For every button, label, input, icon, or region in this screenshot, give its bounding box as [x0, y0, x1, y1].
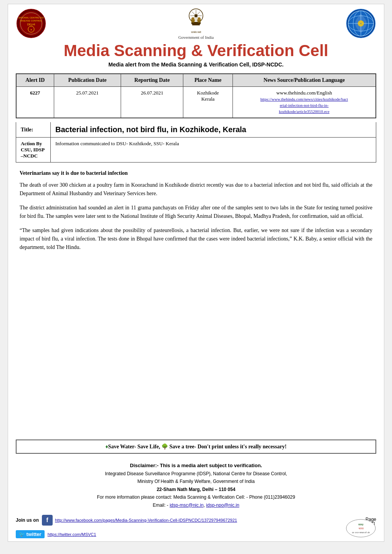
- svg-text:NATIONAL CENTRE FOR: NATIONAL CENTRE FOR: [18, 17, 45, 19]
- svg-text:भारत: भारत: [359, 527, 364, 530]
- svg-text:स्वच्छ: स्वच्छ: [358, 523, 364, 526]
- place-cell: KozhikodeKerala: [183, 87, 233, 118]
- disclaimer-line2: Integrated Disease Surveillance Programm…: [16, 470, 376, 478]
- article-para-2: The district administration had sounded …: [20, 204, 372, 221]
- title-row: Media Scanning & Verification Cell: [16, 41, 376, 60]
- svg-text:DISEASE CONTROL: DISEASE CONTROL: [20, 20, 42, 22]
- pub-date-cell: 25.07.2021: [54, 87, 121, 118]
- email1-link[interactable]: idsp-msc@nic.in: [169, 503, 203, 508]
- header-top: NATIONAL CENTRE FOR DISEASE CONTROL DELH…: [16, 8, 376, 40]
- globe-logo: +: [345, 8, 376, 39]
- article-subtitle: Veterinarians say it is due to bacterial…: [20, 170, 372, 176]
- ncdc-logo: NATIONAL CENTRE FOR DISEASE CONTROL DELH…: [16, 8, 47, 39]
- svg-text:सत्यमेव जयते: सत्यमेव जयते: [191, 31, 202, 33]
- table-row: 6227 25.07.2021 26.07.2021 KozhikodeKera…: [16, 87, 376, 118]
- action-label: Action ByCSU, IDSP–NCDC: [16, 138, 51, 162]
- footer-banner-text: Save Water- Save Life, 🌳 Save a tree- Do…: [108, 444, 286, 450]
- svg-point-18: [198, 17, 201, 20]
- svg-rect-10: [192, 24, 200, 25]
- col-pub-date: Publication Date: [54, 74, 121, 87]
- twitter-link[interactable]: https://twitter.com/MSVC1: [48, 532, 96, 537]
- twitter-row: 🐦 twitter https://twitter.com/MSVC1: [8, 529, 384, 541]
- svg-text:एक कदम स्वच्छता की ओर: एक कदम स्वच्छता की ओर: [352, 531, 370, 534]
- disclaimer-email: Email: - idsp-msc@nic.in, idsp-npo@nic.i…: [16, 501, 376, 509]
- title-section: Title: Bacterial infection, not bird flu…: [16, 122, 376, 138]
- col-news-source: News Source/Publication Language: [233, 74, 376, 87]
- alert-table: Alert ID Publication Date Reporting Date…: [16, 73, 376, 118]
- facebook-icon: f: [42, 515, 53, 526]
- title-content: Bacterial infection, not bird flu, in Ko…: [51, 122, 251, 137]
- svg-text:DELHI: DELHI: [27, 23, 35, 26]
- svg-point-17: [191, 17, 194, 20]
- article-para-3: “The samples had given indications about…: [20, 226, 372, 252]
- action-content: Information communicated to DSU- Kozhiko…: [51, 138, 184, 162]
- col-alert-id: Alert ID: [16, 74, 54, 87]
- facebook-link[interactable]: http://www.facebook.com/pages/Media-Scan…: [55, 518, 237, 522]
- header: NATIONAL CENTRE FOR DISEASE CONTROL DELH…: [8, 4, 384, 70]
- news-source-cell: www.thehindu.com/English https://www.the…: [233, 87, 376, 118]
- disclaimer-address: 22-Sham Nath Marg, Delhi – 110 054: [16, 486, 376, 493]
- article-body: Veterinarians say it is due to bacterial…: [8, 163, 384, 436]
- svg-text:+: +: [360, 22, 362, 25]
- disclaimer-title: Disclaimer:- This is a media alert subje…: [16, 461, 376, 470]
- email-label: Email: -: [153, 503, 168, 508]
- govt-emblem-text: Government of India: [178, 35, 214, 40]
- disclaimer-section: Disclaimer:- This is a media alert subje…: [8, 458, 384, 513]
- table-section: Alert ID Publication Date Reporting Date…: [8, 70, 384, 122]
- rep-date-cell: 26.07.2021: [121, 87, 183, 118]
- news-source-link[interactable]: https://www.thehindu.com/news/cities/koz…: [260, 97, 348, 114]
- email2-link[interactable]: idsp-npo@nic.in: [206, 503, 239, 508]
- footer-banner: ♦Save Water- Save Life, 🌳 Save a tree- D…: [16, 440, 376, 454]
- join-text: Join us on: [16, 518, 39, 523]
- col-rep-date: Reporting Date: [121, 74, 183, 87]
- page: NATIONAL CENTRE FOR DISEASE CONTROL DELH…: [8, 4, 384, 542]
- title-label: Title:: [16, 122, 51, 137]
- twitter-bird-icon: 🐦 twitter: [19, 531, 42, 537]
- swachh-badge: स्वच्छ भारत एक कदम स्वच्छता की ओर: [345, 519, 376, 539]
- subtitle: Media alert from the Media Scanning & Ve…: [108, 61, 284, 68]
- disclaimer-line3: Ministry Of Health & Family Welfare, Gov…: [16, 478, 376, 485]
- action-section: Action ByCSU, IDSP–NCDC Information comm…: [16, 138, 376, 163]
- twitter-logo: 🐦 twitter: [16, 530, 45, 538]
- disclaimer-phone: For more information please contact: Med…: [16, 493, 376, 501]
- alert-id-cell: 6227: [16, 87, 54, 118]
- news-source-text: www.thehindu.com/English: [235, 90, 373, 96]
- col-place: Place Name: [183, 74, 233, 87]
- article-para-1: The death of over 300 chicken at a poult…: [20, 181, 372, 198]
- govt-emblem-svg: सत्यमेव जयते: [184, 8, 208, 34]
- footer-bottom: Join us on f http://www.facebook.com/pag…: [8, 513, 384, 529]
- center-emblem: सत्यमेव जयते Government of India: [178, 8, 214, 40]
- main-title: Media Scanning & Verification Cell: [64, 41, 329, 60]
